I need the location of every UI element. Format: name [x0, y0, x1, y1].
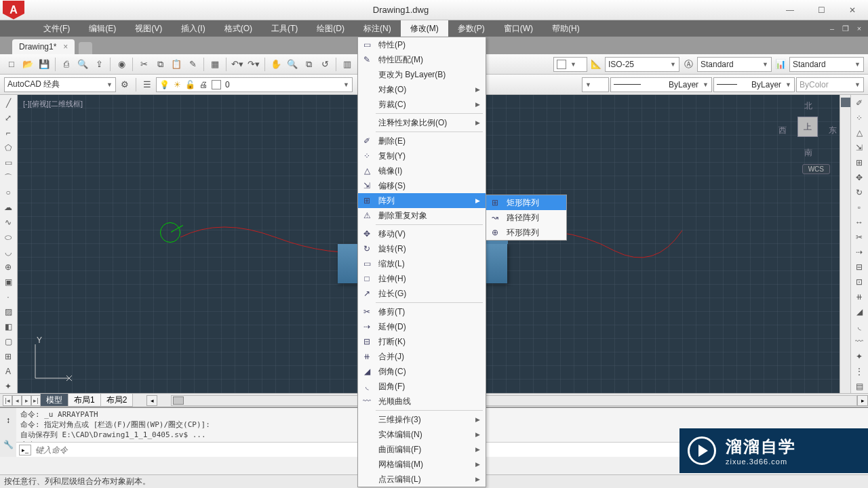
workspace-settings-button[interactable]: ⚙: [117, 77, 132, 92]
region-tool[interactable]: ▢: [0, 334, 16, 348]
cut-button[interactable]: ✂: [136, 57, 151, 72]
blend-tool[interactable]: 〰: [851, 334, 867, 348]
publish-button[interactable]: ⇪: [92, 57, 106, 72]
wcs-label[interactable]: WCS: [802, 164, 830, 174]
fillet-tool[interactable]: ◟: [851, 319, 867, 333]
mdi-minimize[interactable]: –: [826, 23, 838, 34]
menu-0[interactable]: 文件(F): [34, 20, 79, 37]
close-icon[interactable]: ×: [63, 42, 68, 52]
menu-9[interactable]: 参数(P): [448, 20, 494, 37]
layout-tab[interactable]: 布局1: [68, 393, 101, 407]
grad-tool[interactable]: ◧: [0, 319, 16, 333]
circle-tool[interactable]: ○: [0, 186, 16, 200]
drawn-circle[interactable]: [160, 222, 180, 243]
menu-item[interactable]: 〰光顺曲线: [358, 394, 486, 409]
copy-tool[interactable]: ⁘: [851, 111, 867, 125]
scale-tool[interactable]: ▫: [851, 201, 867, 215]
plotstyle-dropdown[interactable]: ByColor▼: [796, 77, 864, 92]
menu-10[interactable]: 窗口(W): [494, 20, 542, 37]
join-tool[interactable]: ⧺: [851, 289, 867, 304]
move-tool[interactable]: ✥: [851, 171, 867, 185]
menu-item[interactable]: 注释性对象比例(O)▶: [358, 115, 486, 130]
cmd-history-icon[interactable]: ↕: [6, 415, 10, 425]
menu-item[interactable]: ✥移动(V): [358, 226, 486, 241]
hscroll-right[interactable]: ▸: [857, 395, 868, 406]
arc-tool[interactable]: ⌒: [0, 171, 16, 185]
array-tool[interactable]: ⊞: [851, 156, 867, 170]
menu-item[interactable]: ✎特性匹配(M): [358, 52, 486, 67]
ucs-icon[interactable]: Y: [30, 336, 77, 384]
menu-5[interactable]: 工具(T): [262, 20, 307, 37]
workspace-dropdown[interactable]: AutoCAD 经典▼: [4, 77, 116, 92]
tablestyle-dropdown[interactable]: Standard▼: [789, 57, 864, 72]
tab-prev[interactable]: ◂: [12, 395, 22, 406]
polygon-tool[interactable]: ⬠: [0, 141, 16, 155]
hatch-tool[interactable]: ▨: [0, 304, 16, 319]
menu-item[interactable]: ↻旋转(R): [358, 241, 486, 256]
new-button[interactable]: □: [4, 57, 19, 72]
menu-item[interactable]: ⊞阵列▶: [358, 193, 486, 208]
menu-item[interactable]: △镜像(I): [358, 163, 486, 178]
textstyle-icon[interactable]: Ⓐ: [681, 57, 696, 72]
break2-tool[interactable]: ⊡: [851, 274, 867, 289]
lineweight-dropdown[interactable]: ByLayer▼: [713, 77, 795, 92]
menu-11[interactable]: 帮助(H): [542, 20, 589, 37]
match-button[interactable]: ✎: [185, 57, 200, 72]
mdi-close[interactable]: ×: [853, 23, 865, 34]
tab-first[interactable]: |◂: [3, 395, 12, 406]
cmd-wrench-icon[interactable]: 🔧: [3, 440, 14, 449]
command-prompt-icon[interactable]: ▸_: [19, 445, 31, 455]
xline-tool[interactable]: ⤢: [0, 111, 16, 125]
new-tab-button[interactable]: [79, 42, 92, 54]
menu-1[interactable]: 编辑(E): [79, 20, 125, 37]
menu-item[interactable]: □拉伸(H): [358, 271, 486, 286]
layer-props-button[interactable]: ☰: [140, 77, 155, 92]
app-logo[interactable]: A: [3, 1, 24, 20]
linetype-dropdown[interactable]: ByLayer▼: [610, 77, 712, 92]
view-cube[interactable]: 北 南 东 西 上: [778, 100, 837, 159]
menu-item[interactable]: ⊟打断(K): [358, 334, 486, 349]
submenu-item[interactable]: ⊕环形阵列: [486, 225, 566, 240]
cloud-tool[interactable]: ☁: [0, 201, 16, 215]
menu-item[interactable]: ✐删除(E): [358, 134, 486, 148]
stretch-tool[interactable]: ↔: [851, 216, 867, 230]
tab-last[interactable]: ▸|: [31, 395, 41, 406]
textstyle-dropdown[interactable]: Standard▼: [697, 57, 772, 72]
menu-2[interactable]: 视图(V): [125, 20, 172, 37]
ellipse-tool[interactable]: ⬭: [0, 230, 16, 245]
props-button[interactable]: ▥: [340, 57, 355, 72]
menu-item[interactable]: ▭特性(P): [358, 37, 486, 52]
extend-tool[interactable]: ⇢: [851, 245, 867, 260]
pan-button[interactable]: ✋: [269, 57, 283, 72]
maximize-button[interactable]: ☐: [806, 0, 837, 20]
block-tool[interactable]: ▣: [0, 274, 16, 289]
menu-item[interactable]: ⁘复制(Y): [358, 148, 486, 163]
erase-tool[interactable]: ✐: [851, 96, 867, 110]
point-tool[interactable]: ·: [0, 289, 16, 304]
explode-tool[interactable]: ✦: [851, 349, 867, 363]
trim-tool[interactable]: ✂: [851, 230, 867, 245]
palette-tool[interactable]: ▤: [851, 379, 867, 393]
menu-item[interactable]: 网格编辑(M)▶: [358, 457, 486, 472]
tab-next[interactable]: ▸: [22, 395, 31, 406]
open-button[interactable]: 📂: [20, 57, 35, 72]
color-dropdown[interactable]: ▼: [553, 57, 587, 72]
pline-tool[interactable]: ⌐: [0, 126, 16, 140]
menu-item[interactable]: ↗拉长(G): [358, 286, 486, 301]
undo-button[interactable]: ↶▾: [230, 57, 245, 72]
table-tool[interactable]: ⊞: [0, 349, 16, 363]
viewport-label[interactable]: [-][俯视][二维线框]: [23, 99, 83, 109]
zoom-window-button[interactable]: ⧉: [301, 57, 316, 72]
file-tab[interactable]: Drawing1* ×: [12, 39, 75, 54]
break-tool[interactable]: ⊟: [851, 260, 867, 274]
menu-item[interactable]: 对象(O)▶: [358, 82, 486, 97]
more-tool[interactable]: ⋮: [851, 364, 867, 378]
tablestyle-icon[interactable]: 📊: [773, 57, 788, 72]
insert-tool[interactable]: ⊕: [0, 260, 16, 274]
rotate-tool[interactable]: ↻: [851, 186, 867, 200]
chamfer-tool[interactable]: ◢: [851, 304, 867, 319]
menu-item[interactable]: 剪裁(C)▶: [358, 97, 486, 112]
menu-8[interactable]: 修改(M): [401, 20, 448, 37]
rect-tool[interactable]: ▭: [0, 156, 16, 170]
print-button[interactable]: ⎙: [59, 57, 74, 72]
